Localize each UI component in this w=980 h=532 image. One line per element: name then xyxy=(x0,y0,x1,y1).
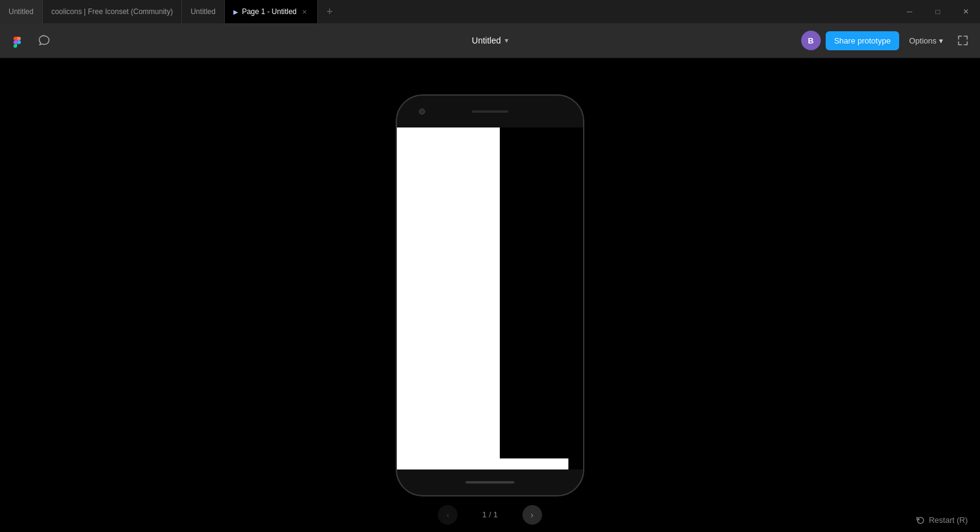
phone-camera xyxy=(419,108,425,115)
power-button xyxy=(583,157,584,174)
close-button[interactable]: ✕ xyxy=(952,0,980,23)
options-button[interactable]: Options ▾ xyxy=(904,32,948,49)
phone-screen[interactable] xyxy=(397,127,583,469)
phone-bottom xyxy=(397,469,583,495)
maximize-button[interactable]: □ xyxy=(924,0,952,23)
phone-home-bar xyxy=(466,481,514,484)
project-title[interactable]: Untitled xyxy=(472,36,500,45)
minimize-button[interactable]: ─ xyxy=(895,0,924,23)
play-icon: ▶ xyxy=(233,9,238,15)
window-controls: ─ □ ✕ xyxy=(895,0,980,23)
phone-mockup xyxy=(396,94,584,496)
prev-page-button[interactable]: ‹ xyxy=(438,505,458,525)
page-indicator: 1 / 1 xyxy=(482,510,497,519)
tab-home-label: Untitled xyxy=(9,7,34,16)
chat-button[interactable] xyxy=(34,31,54,50)
user-avatar[interactable]: B xyxy=(801,31,821,50)
toolbar-right: B Share prototype Options ▾ xyxy=(801,31,973,50)
share-prototype-button[interactable]: Share prototype xyxy=(826,31,900,50)
restart-button[interactable]: Restart (R) xyxy=(916,515,968,525)
titlebar: Untitled coolicons | Free Iconset (Commu… xyxy=(0,0,980,23)
restart-label: Restart (R) xyxy=(929,515,968,525)
bottom-navigation: ‹ 1 / 1 › xyxy=(0,497,980,532)
tab-untitled-label: Untitled xyxy=(190,7,216,16)
fullscreen-button[interactable] xyxy=(953,31,973,50)
phone-speaker xyxy=(472,110,508,113)
figma-logo[interactable] xyxy=(7,31,27,50)
phone-top-bar xyxy=(397,96,583,127)
tab-bar: Untitled coolicons | Free Iconset (Commu… xyxy=(0,0,341,23)
add-tab-button[interactable]: + xyxy=(318,0,341,23)
canvas: ‹ 1 / 1 › Restart (R) xyxy=(0,58,980,532)
tab-untitled[interactable]: Untitled xyxy=(182,0,225,23)
tab-page1[interactable]: ▶ Page 1 - Untitled ✕ xyxy=(225,0,318,23)
tab-page1-label: Page 1 - Untitled xyxy=(242,7,296,16)
next-page-button[interactable]: › xyxy=(522,505,542,525)
tab-page1-close[interactable]: ✕ xyxy=(300,7,309,16)
toolbar: Untitled ▾ B Share prototype Options ▾ xyxy=(0,23,980,58)
toolbar-left xyxy=(7,31,54,50)
tab-coolicons-label: coolicons | Free Iconset (Community) xyxy=(51,7,173,16)
tab-home[interactable]: Untitled xyxy=(0,0,43,23)
screen-bottom-bar xyxy=(397,458,568,469)
screen-white-content xyxy=(397,127,500,469)
tab-coolicons[interactable]: coolicons | Free Iconset (Community) xyxy=(43,0,183,23)
title-dropdown-arrow[interactable]: ▾ xyxy=(505,36,508,45)
toolbar-center: Untitled ▾ xyxy=(472,36,508,45)
